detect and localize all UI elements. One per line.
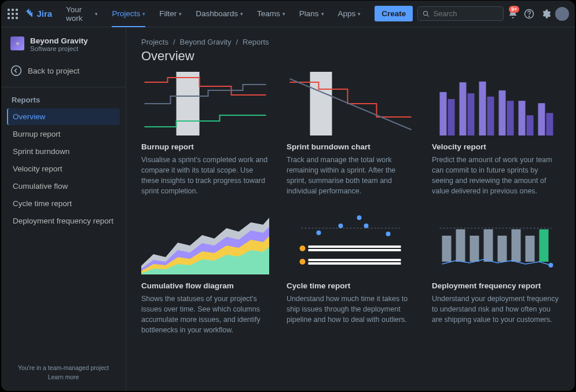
- svg-rect-35: [484, 229, 493, 262]
- chevron-down-icon: ▾: [142, 11, 145, 17]
- svg-rect-10: [468, 93, 475, 135]
- svg-line-1: [427, 14, 429, 16]
- svg-point-24: [386, 232, 391, 236]
- breadcrumb: Projects / Beyond Gravity / Reports: [141, 38, 560, 46]
- page-title: Overview: [141, 49, 560, 64]
- report-title: Cumulative flow diagram: [141, 281, 269, 290]
- svg-rect-13: [499, 90, 506, 135]
- notifications-button[interactable]: 9+: [506, 5, 520, 23]
- gear-icon: [541, 9, 551, 19]
- search-input[interactable]: [433, 9, 498, 18]
- jira-logo[interactable]: Jira: [24, 9, 52, 19]
- nav-item-filter[interactable]: Filter▾: [153, 1, 188, 27]
- settings-button[interactable]: [539, 5, 553, 23]
- chevron-down-icon: ▾: [179, 11, 182, 17]
- project-subtitle: Software project: [30, 45, 88, 52]
- sidebar-footer: You're in a team-managed project Learn m…: [7, 364, 120, 385]
- svg-rect-27: [309, 249, 401, 251]
- svg-rect-11: [479, 82, 486, 135]
- report-thumbnail: [141, 72, 269, 135]
- back-to-project[interactable]: Back to project: [7, 60, 120, 81]
- svg-rect-36: [498, 236, 507, 262]
- svg-point-3: [529, 16, 530, 16]
- search-box[interactable]: [417, 6, 504, 21]
- nav-item-plans[interactable]: Plans▾: [293, 1, 330, 27]
- svg-rect-26: [309, 246, 401, 248]
- chevron-down-icon: ▾: [358, 11, 361, 17]
- svg-rect-17: [538, 103, 545, 135]
- report-card-cumulative-flow-diagram[interactable]: Cumulative flow diagramShows the statuse…: [141, 211, 269, 336]
- top-nav: Jira Your work▾Projects▾Filter▾Dashboard…: [1, 1, 575, 27]
- sidebar-heading: Reports: [7, 92, 120, 108]
- nav-item-your-work[interactable]: Your work▾: [60, 1, 104, 27]
- svg-rect-14: [507, 101, 514, 135]
- learn-more-link[interactable]: Learn more: [7, 373, 120, 380]
- report-thumbnail: [432, 72, 560, 135]
- breadcrumb-item[interactable]: Projects: [141, 38, 168, 46]
- svg-point-0: [424, 11, 428, 15]
- svg-point-40: [549, 263, 553, 268]
- report-title: Velocity report: [432, 142, 560, 151]
- report-description: Track and manage the total work remainin…: [287, 155, 414, 197]
- sidebar-item-cycle-time-report[interactable]: Cycle time report: [7, 195, 120, 212]
- report-card-velocity-report[interactable]: Velocity reportPredict the amount of wor…: [432, 72, 560, 197]
- svg-rect-37: [512, 229, 521, 262]
- nav-item-projects[interactable]: Projects▾: [106, 1, 151, 27]
- svg-rect-33: [456, 229, 465, 262]
- chevron-down-icon: ▾: [283, 11, 285, 17]
- project-name: Beyond Gravity: [30, 36, 88, 45]
- sidebar-item-sprint-burndown[interactable]: Sprint burndown: [7, 143, 120, 160]
- svg-point-22: [357, 215, 362, 220]
- chevron-down-icon: ▾: [95, 11, 98, 17]
- report-description: Predict the amount of work your team can…: [432, 155, 560, 197]
- sidebar-item-overview[interactable]: Overview: [7, 108, 120, 125]
- divider: [1, 87, 126, 87]
- report-card-deployment-frequency-report[interactable]: Deployment frequency reportUnderstand yo…: [432, 211, 560, 336]
- sidebar: ✦ Beyond Gravity Software project Back t…: [1, 27, 126, 391]
- report-card-cycle-time-report[interactable]: Cycle time reportUnderstand how much tim…: [287, 211, 414, 336]
- avatar-icon: [555, 7, 569, 21]
- svg-rect-12: [487, 97, 494, 135]
- report-card-burnup-report[interactable]: Burnup reportVisualise a sprint's comple…: [141, 72, 269, 197]
- svg-point-23: [364, 224, 369, 228]
- project-icon: ✦: [10, 36, 24, 50]
- svg-rect-34: [470, 236, 479, 262]
- brand-label: Jira: [36, 9, 52, 19]
- profile-button[interactable]: [555, 5, 569, 23]
- report-title: Sprint burndown chart: [287, 142, 414, 151]
- nav-item-teams[interactable]: Teams▾: [251, 1, 291, 27]
- report-description: Shows the statuses of your project's iss…: [141, 294, 269, 336]
- svg-point-28: [300, 259, 306, 265]
- report-thumbnail: [141, 211, 269, 274]
- breadcrumb-item[interactable]: Reports: [243, 38, 269, 46]
- main-content: Projects / Beyond Gravity / Reports Over…: [126, 27, 575, 391]
- create-button[interactable]: Create: [375, 6, 413, 21]
- sidebar-item-burnup-report[interactable]: Burnup report: [7, 126, 120, 142]
- nav-item-apps[interactable]: Apps▾: [332, 1, 367, 27]
- svg-point-25: [300, 246, 306, 251]
- back-arrow-icon: [10, 65, 22, 76]
- report-description: Understand your deployment frequency to …: [432, 294, 560, 325]
- report-description: Visualise a sprint's completed work and …: [141, 155, 269, 197]
- nav-item-dashboards[interactable]: Dashboards▾: [190, 1, 249, 27]
- svg-rect-7: [440, 92, 447, 135]
- svg-point-21: [339, 224, 343, 228]
- sidebar-item-cumulative-flow[interactable]: Cumulative flow: [7, 178, 120, 195]
- svg-rect-18: [546, 113, 553, 135]
- chevron-down-icon: ▾: [321, 11, 324, 17]
- svg-rect-38: [526, 236, 535, 262]
- sidebar-item-velocity-report[interactable]: Velocity report: [7, 160, 120, 177]
- sidebar-item-deployment-frequency-report[interactable]: Deployment frequency report: [7, 213, 120, 229]
- report-title: Deployment frequency report: [432, 281, 560, 290]
- svg-rect-6: [310, 72, 332, 135]
- help-icon: [524, 9, 534, 19]
- chevron-down-icon: ▾: [240, 11, 243, 17]
- svg-rect-15: [519, 101, 526, 135]
- project-header[interactable]: ✦ Beyond Gravity Software project: [7, 36, 120, 60]
- report-description: Understand how much time it takes to shi…: [287, 294, 414, 325]
- svg-rect-30: [309, 262, 401, 265]
- breadcrumb-item[interactable]: Beyond Gravity: [180, 38, 232, 46]
- app-switcher-icon[interactable]: [7, 7, 18, 21]
- report-card-sprint-burndown-chart[interactable]: Sprint burndown chartTrack and manage th…: [287, 72, 414, 197]
- help-button[interactable]: [522, 5, 536, 23]
